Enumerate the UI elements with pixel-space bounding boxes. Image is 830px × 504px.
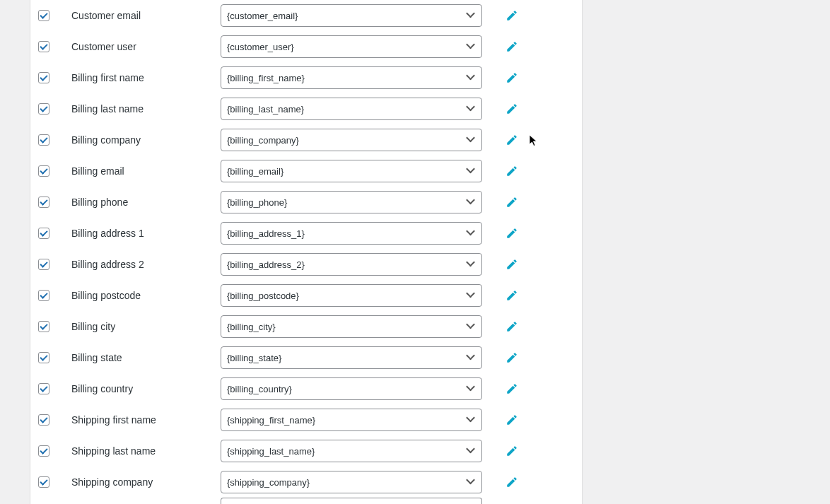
pencil-icon[interactable] (505, 196, 518, 209)
checkbox-cell (30, 197, 59, 208)
pencil-icon[interactable] (505, 320, 518, 333)
pencil-icon[interactable] (505, 258, 518, 271)
pencil-icon[interactable] (505, 445, 518, 457)
field-value-select[interactable]: {billing_first_name} (221, 66, 482, 89)
field-enable-checkbox[interactable] (38, 228, 49, 239)
field-label: Shipping last name (59, 445, 221, 457)
checkbox-cell (30, 383, 59, 394)
field-enable-checkbox[interactable] (38, 41, 49, 52)
chevron-down-icon (466, 197, 476, 209)
select-cell: {billing_city} (221, 315, 482, 338)
field-value-select[interactable]: {billing_company} (221, 129, 482, 151)
select-value-text: {shipping_first_name} (227, 415, 315, 426)
field-value-select[interactable]: {billing_address_2} (221, 253, 482, 276)
field-label: Customer user (59, 41, 221, 52)
field-value-select[interactable]: {billing_country} (221, 377, 482, 400)
field-value-select[interactable]: {billing_last_name} (221, 98, 482, 120)
select-cell: {customer_user} (221, 35, 482, 58)
field-row: Billing state{billing_state} (30, 342, 582, 373)
field-value-select[interactable] (221, 498, 482, 504)
pencil-icon[interactable] (505, 289, 518, 302)
field-enable-checkbox[interactable] (38, 414, 49, 426)
checkbox-cell (30, 476, 59, 488)
field-label: Billing company (59, 134, 221, 146)
field-value-select[interactable]: {customer_email} (221, 4, 482, 27)
checkbox-cell (30, 10, 59, 21)
pencil-icon[interactable] (505, 351, 518, 364)
select-cell: {billing_address_1} (221, 222, 482, 245)
field-enable-checkbox[interactable] (38, 352, 49, 363)
select-value-text: {billing_postcode} (227, 291, 299, 301)
edit-cell (482, 134, 525, 146)
select-value-text: {billing_company} (227, 135, 299, 146)
field-row: Billing country{billing_country} (30, 373, 582, 404)
field-enable-checkbox[interactable] (38, 10, 49, 21)
select-value-text: {billing_email} (227, 166, 284, 177)
field-row-partial (30, 498, 582, 504)
field-value-select[interactable]: {customer_user} (221, 35, 482, 58)
field-enable-checkbox[interactable] (38, 445, 49, 457)
chevron-down-icon (466, 103, 476, 115)
checkbox-cell (30, 228, 59, 239)
field-enable-checkbox[interactable] (38, 72, 49, 83)
checkbox-cell (30, 103, 59, 115)
field-value-select[interactable]: {shipping_company} (221, 471, 482, 493)
select-cell: {billing_first_name} (221, 66, 482, 89)
edit-cell (482, 414, 525, 426)
pencil-icon[interactable] (505, 71, 518, 84)
field-enable-checkbox[interactable] (38, 103, 49, 115)
field-label: Billing address 1 (59, 228, 221, 239)
pencil-icon[interactable] (505, 102, 518, 115)
pencil-icon[interactable] (505, 165, 518, 177)
field-value-select[interactable]: {shipping_first_name} (221, 409, 482, 431)
select-cell: {billing_state} (221, 346, 482, 369)
pencil-icon[interactable] (505, 40, 518, 53)
pencil-icon[interactable] (505, 382, 518, 395)
pencil-icon[interactable] (505, 134, 518, 146)
field-enable-checkbox[interactable] (38, 321, 49, 332)
field-label: Billing last name (59, 103, 221, 115)
checkbox-cell (30, 414, 59, 426)
select-cell: {billing_phone} (221, 191, 482, 213)
select-value-text: {billing_state} (227, 353, 281, 363)
select-cell (221, 498, 482, 504)
field-row: Billing company{billing_company} (30, 124, 582, 156)
field-value-select[interactable]: {billing_city} (221, 315, 482, 338)
chevron-down-icon (466, 10, 476, 22)
field-value-select[interactable]: {billing_address_1} (221, 222, 482, 245)
field-enable-checkbox[interactable] (38, 134, 49, 146)
select-cell: {billing_email} (221, 160, 482, 182)
pencil-icon[interactable] (505, 476, 518, 488)
edit-cell (482, 351, 525, 364)
select-value-text: {shipping_company} (227, 477, 310, 488)
select-cell: {billing_company} (221, 129, 482, 151)
pencil-icon[interactable] (505, 414, 518, 426)
field-enable-checkbox[interactable] (38, 197, 49, 208)
chevron-down-icon (466, 321, 476, 333)
field-row: Billing city{billing_city} (30, 311, 582, 342)
field-value-select[interactable]: {shipping_last_name} (221, 440, 482, 462)
edit-cell (482, 227, 525, 240)
field-label: Customer email (59, 10, 221, 21)
field-enable-checkbox[interactable] (38, 476, 49, 488)
edit-cell (482, 258, 525, 271)
field-value-select[interactable]: {billing_email} (221, 160, 482, 182)
field-row: Billing address 2{billing_address_2} (30, 249, 582, 280)
field-label: Billing postcode (59, 290, 221, 301)
field-row: Billing postcode{billing_postcode} (30, 280, 582, 311)
pencil-icon[interactable] (505, 9, 518, 22)
edit-cell (482, 445, 525, 457)
field-mapping-panel: Customer email{customer_email}Customer u… (30, 0, 583, 504)
chevron-down-icon (466, 165, 476, 177)
field-enable-checkbox[interactable] (38, 165, 49, 177)
chevron-down-icon (466, 352, 476, 364)
field-value-select[interactable]: {billing_phone} (221, 191, 482, 213)
field-row: Billing first name{billing_first_name} (30, 62, 582, 93)
field-enable-checkbox[interactable] (38, 259, 49, 270)
field-enable-checkbox[interactable] (38, 290, 49, 301)
field-value-select[interactable]: {billing_postcode} (221, 284, 482, 307)
field-enable-checkbox[interactable] (38, 383, 49, 394)
field-row: Customer email{customer_email} (30, 0, 582, 31)
field-value-select[interactable]: {billing_state} (221, 346, 482, 369)
pencil-icon[interactable] (505, 227, 518, 240)
